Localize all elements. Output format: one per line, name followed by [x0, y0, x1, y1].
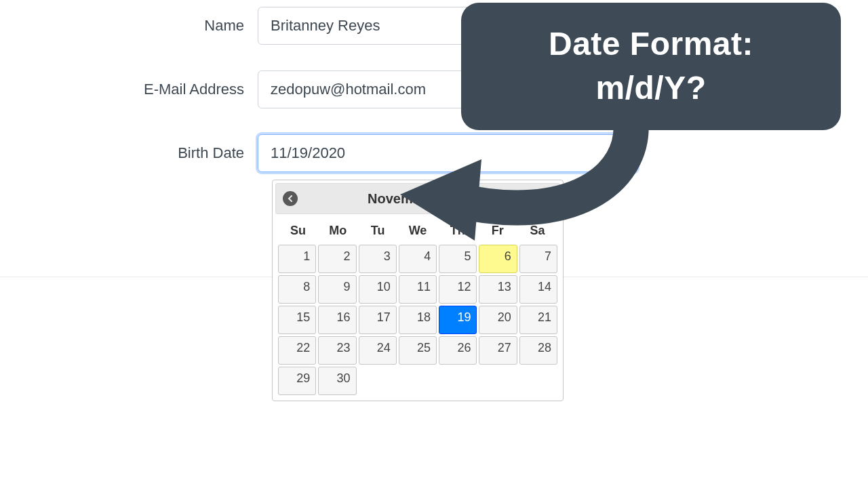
datepicker-day[interactable]: 18	[399, 306, 437, 334]
datepicker-weekdays: SuMoTuWeThFrSa	[275, 214, 560, 245]
datepicker-day[interactable]: 29	[278, 367, 316, 395]
datepicker-day[interactable]: 27	[479, 336, 517, 365]
annotation-callout: Date Format: m/d/Y?	[461, 3, 841, 130]
callout-line-2: m/d/Y?	[595, 66, 706, 110]
datepicker-day[interactable]: 8	[278, 275, 316, 304]
datepicker-day[interactable]: 24	[359, 336, 397, 365]
page-root: Name E-Mail Address Birth Date November …	[0, 0, 868, 488]
datepicker-next-button[interactable]	[538, 191, 553, 206]
datepicker-day[interactable]: 10	[359, 275, 397, 304]
datepicker-day[interactable]: 30	[318, 367, 356, 395]
datepicker-day[interactable]: 16	[318, 306, 356, 334]
datepicker-weekday: Tu	[358, 221, 398, 241]
label-email: E-Mail Address	[122, 81, 244, 98]
datepicker-day[interactable]: 9	[318, 275, 356, 304]
datepicker-prev-button[interactable]	[283, 191, 298, 206]
datepicker-month-title: November 2020	[368, 191, 468, 207]
datepicker-day[interactable]: 28	[519, 336, 557, 365]
datepicker-day[interactable]: 19	[439, 306, 477, 334]
datepicker-weekday: Sa	[517, 221, 557, 241]
datepicker-header: November 2020	[275, 183, 560, 214]
datepicker-day[interactable]: 25	[399, 336, 437, 365]
row-birth-date: Birth Date	[122, 134, 637, 172]
datepicker-day[interactable]: 17	[359, 306, 397, 334]
datepicker-day[interactable]: 6	[479, 245, 517, 273]
datepicker-weekday: We	[398, 221, 438, 241]
callout-line-1: Date Format:	[549, 22, 753, 66]
datepicker-weekday: Mo	[318, 221, 358, 241]
label-birth-date: Birth Date	[122, 144, 244, 162]
birth-date-input[interactable]	[258, 134, 637, 172]
datepicker-day[interactable]: 23	[318, 336, 356, 365]
datepicker-day[interactable]: 1	[278, 245, 316, 273]
datepicker-day[interactable]: 12	[439, 275, 477, 304]
datepicker-day[interactable]: 26	[439, 336, 477, 365]
chevron-left-icon	[287, 195, 294, 202]
label-name: Name	[122, 17, 244, 35]
datepicker-day[interactable]: 7	[519, 245, 557, 273]
datepicker-day[interactable]: 21	[519, 306, 557, 334]
datepicker: November 2020 SuMoTuWeThFrSa 12345678910…	[272, 180, 564, 401]
chevron-right-icon	[542, 195, 549, 202]
datepicker-day[interactable]: 4	[399, 245, 437, 273]
datepicker-day[interactable]: 5	[439, 245, 477, 273]
datepicker-day[interactable]: 20	[479, 306, 517, 334]
datepicker-day[interactable]: 13	[479, 275, 517, 304]
datepicker-day[interactable]: 22	[278, 336, 316, 365]
datepicker-day[interactable]: 14	[519, 275, 557, 304]
datepicker-day[interactable]: 3	[359, 245, 397, 273]
datepicker-day[interactable]: 11	[399, 275, 437, 304]
datepicker-weekday: Su	[278, 221, 318, 241]
datepicker-day[interactable]: 15	[278, 306, 316, 334]
datepicker-day[interactable]: 2	[318, 245, 356, 273]
datepicker-days-grid: 1234567891011121314151617181920212223242…	[275, 245, 560, 396]
datepicker-weekday: Th	[437, 221, 477, 241]
datepicker-weekday: Fr	[477, 221, 517, 241]
